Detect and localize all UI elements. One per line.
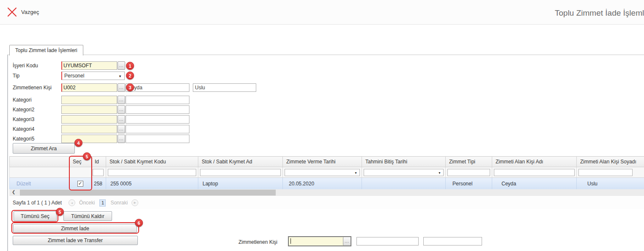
form-row-isyeri-kodu: İşyeri Kodu ... (13, 61, 125, 70)
filter-input-zimmet-tipi[interactable] (447, 169, 490, 176)
column-header-tahmini-bitis-tarihi[interactable]: Tahmini Bitiş Tarihi (362, 157, 446, 167)
kategori5-lookup-button[interactable]: ... (118, 135, 125, 143)
column-header-alan-kisi-soyadi[interactable]: Zimmeti Alan Kişi Soyadı (577, 157, 644, 167)
pager-next-label[interactable]: Sonraki (110, 200, 128, 206)
tab-toplu-zimmet-iade-islemleri[interactable]: Toplu Zimmet İade İşlemleri (9, 45, 83, 55)
bottom-zimmetlenen-kisi-label: Zimmetlenen Kişi (238, 239, 277, 245)
kategori2-lookup-button[interactable]: ... (118, 105, 125, 114)
isyeri-kodu-lookup-button[interactable]: ... (118, 61, 125, 70)
tip-selected-value: Personel (64, 73, 84, 79)
grid-pager: Sayfa 1 of 1 ( 1 ) Adet ◄ Önceki 1 Sonra… (9, 196, 644, 209)
bottom-firstname-input[interactable] (356, 237, 419, 245)
row-select-checkbox[interactable]: ✓ (77, 181, 83, 187)
tumunu-kaldir-button[interactable]: Tümünü Kaldır (63, 211, 112, 221)
cell-alan-kisi-adi: Ceyda (492, 178, 577, 190)
grid-header-row: Seç Id Stok / Sabit Kıymet Kodu Stok / S… (10, 157, 644, 167)
kategori-label: Kategori (13, 97, 61, 103)
kategori-lookup-button[interactable]: ... (118, 96, 125, 104)
kategori3-code-input[interactable] (61, 115, 117, 124)
filter-input-alan-kisi-soyadi[interactable] (578, 169, 633, 176)
zimmetlenen-kisi-lastname-input[interactable] (193, 83, 256, 92)
kategori5-name-input[interactable] (126, 135, 189, 143)
grid-filter-row: ▼ ▼ (10, 167, 644, 178)
zimmet-iade-button[interactable]: Zimmet İade (13, 224, 137, 233)
zimmetlenen-kisi-firstname-input[interactable] (126, 83, 189, 92)
column-header-zimmet-tipi[interactable]: Zimmet Tipi (446, 157, 492, 167)
kategori-name-input[interactable] (126, 96, 189, 104)
column-header-sec[interactable]: Seç (69, 157, 91, 167)
filter-input-alan-kisi-adi[interactable] (494, 169, 575, 176)
toplu-zimmet-iade-screen: Vazgeç Toplu Zimmet İade İşlemleri Toplu… (0, 0, 644, 251)
bottom-zimmetlenen-kisi-code-input[interactable] (289, 237, 343, 245)
kategori3-label: Kategori3 (13, 116, 61, 122)
cell-id: 258 (91, 178, 106, 190)
zimmet-grid: Seç Id Stok / Sabit Kıymet Kodu Stok / S… (9, 156, 644, 189)
column-header-stok-ad[interactable]: Stok / Sabit Kıymet Ad (198, 157, 283, 167)
panel-border-top (8, 55, 644, 55)
kategori5-label: Kategori5 (13, 136, 61, 142)
kategori3-name-input[interactable] (126, 115, 189, 124)
form-row-kategori5: Kategori5 ... (13, 135, 189, 143)
pager-page-1[interactable]: 1 (99, 199, 106, 207)
duzelt-link[interactable]: Düzelt (14, 181, 31, 187)
column-header-id[interactable]: Id (91, 157, 106, 167)
chevron-down-icon: ▼ (118, 74, 122, 78)
kategori4-label: Kategori4 (13, 126, 61, 132)
form-row-kategori3: Kategori3 ... (13, 115, 189, 124)
zimmet-iade-ve-transfer-button[interactable]: Zimmet İade ve Transfer (13, 236, 138, 245)
kategori3-lookup-button[interactable]: ... (118, 115, 125, 124)
kategori2-name-input[interactable] (126, 105, 189, 114)
bottom-zimmetlenen-kisi-lookup-button[interactable]: ... (343, 237, 351, 245)
kategori4-lookup-button[interactable]: ... (118, 125, 125, 133)
column-header-stok-kodu[interactable]: Stok / Sabit Kıymet Kodu (106, 157, 198, 167)
kategori5-code-input[interactable] (61, 135, 117, 143)
panel-border-left (7, 55, 8, 251)
tip-dropdown[interactable]: Personel ▼ (61, 72, 125, 80)
kategori2-label: Kategori2 (13, 107, 61, 113)
form-row-zimmetlenen-kisi: Zimmetlenen Kişi ... (13, 83, 256, 92)
column-header-alan-kisi-adi[interactable]: Zimmeti Alan Kişi Adı (492, 157, 577, 167)
cell-stok-kodu: 255 0005 (106, 178, 198, 190)
isyeri-kodu-input[interactable] (61, 61, 117, 70)
form-row-kategori2: Kategori2 ... (13, 105, 189, 114)
filter-dropdown-zimmete-verme-tarihi[interactable]: ▼ (285, 169, 360, 176)
tumunu-sec-button[interactable]: Tümünü Seç (14, 211, 57, 221)
column-header-zimmete-verme-tarihi[interactable]: Zimmete Verme Tarihi (283, 157, 362, 167)
cancel-button[interactable]: Vazgeç (7, 7, 39, 17)
kategori2-code-input[interactable] (61, 105, 117, 114)
close-icon (7, 7, 17, 17)
zimmetlenen-kisi-lookup-button[interactable]: ... (118, 83, 125, 92)
filter-input-stok-ad[interactable] (200, 169, 281, 176)
filter-dropdown-tahmini-bitis-tarihi[interactable]: ▼ (364, 169, 444, 176)
pager-summary: Sayfa 1 of 1 ( 1 ) Adet (13, 200, 62, 206)
scroll-left-icon[interactable]: ❮ (12, 190, 15, 194)
form-row-kategori: Kategori ... (13, 96, 189, 104)
chevron-down-icon: ▼ (354, 171, 357, 174)
bottom-lastname-input[interactable] (423, 237, 482, 245)
annotation-badge-2: 2 (126, 72, 134, 80)
tip-label: Tip (13, 73, 61, 79)
kategori4-name-input[interactable] (126, 125, 189, 133)
check-icon: ✓ (78, 181, 82, 186)
pager-next-icon[interactable]: ▶ (132, 199, 138, 206)
annotation-badge-1: 1 (126, 62, 134, 70)
form-row-tip: Tip Personel ▼ (13, 72, 125, 80)
grid-horizontal-scrollbar[interactable]: ❮ (9, 189, 644, 196)
column-header-actions (10, 157, 69, 167)
zimmetlenen-kisi-code-input[interactable] (61, 83, 117, 92)
cell-zimmet-tipi: Personel (446, 178, 492, 190)
filter-input-stok-kodu[interactable] (108, 169, 196, 176)
bottom-zimmetlenen-kisi-lookup: ... (288, 236, 351, 246)
pager-prev-icon[interactable]: ◄ (69, 199, 75, 206)
kategori-code-input[interactable] (61, 96, 117, 104)
kategori4-code-input[interactable] (61, 125, 117, 133)
zimmet-ara-button[interactable]: Zimmet Ara (13, 143, 75, 154)
cell-alan-kisi-soyadi: Uslu (577, 178, 644, 190)
filter-cell-sec (69, 167, 91, 178)
zimmetlenen-kisi-label: Zimmetlenen Kişi (13, 85, 61, 91)
cell-tahmini-bitis-tarihi (362, 178, 446, 190)
pager-prev-label[interactable]: Önceki (79, 200, 95, 206)
scrollbar-thumb[interactable] (20, 190, 276, 196)
cancel-label: Vazgeç (21, 9, 39, 15)
filter-input-id[interactable] (93, 169, 104, 176)
